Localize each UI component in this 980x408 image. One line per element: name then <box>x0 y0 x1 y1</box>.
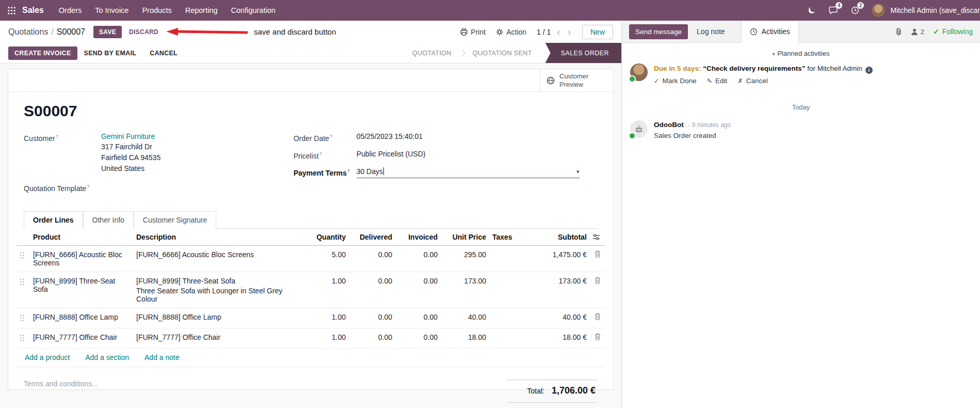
attachments-button[interactable] <box>895 27 902 36</box>
cell-delivered[interactable]: 0.00 <box>349 328 395 348</box>
cell-description[interactable]: [FURN_8888] Office Lamp <box>133 308 309 328</box>
pricelist-field[interactable]: Public Pricelist (USD) <box>357 149 426 161</box>
payment-terms-input[interactable]: 30 Days ▾ <box>357 166 580 178</box>
cell-product[interactable]: [FURN_8888] Office Lamp <box>30 308 133 328</box>
col-description[interactable]: Description <box>133 229 309 246</box>
cell-invoiced[interactable]: 0.00 <box>395 272 441 308</box>
cell-product[interactable]: [FURN_8999] Three-Seat Sofa <box>30 272 133 308</box>
cell-taxes[interactable] <box>489 272 536 308</box>
add-note-link[interactable]: Add a note <box>144 353 180 362</box>
tab-other-info[interactable]: Other Info <box>83 211 134 229</box>
cancel-activity-button[interactable]: ✗Cancel <box>737 77 768 85</box>
delete-line-icon[interactable] <box>595 313 601 320</box>
breadcrumb-quotations[interactable]: Quotations <box>8 27 48 37</box>
cell-taxes[interactable] <box>489 328 536 348</box>
cell-invoiced[interactable]: 0.00 <box>395 308 441 328</box>
col-taxes[interactable]: Taxes <box>489 229 536 246</box>
following-button[interactable]: ✓ Following <box>933 27 973 36</box>
cell-quantity[interactable]: 1.00 <box>309 328 349 348</box>
followers-button[interactable]: 2 <box>911 28 925 36</box>
pager-previous-icon[interactable]: ‹ <box>556 28 561 36</box>
add-product-link[interactable]: Add a product <box>25 353 70 362</box>
edit-activity-button[interactable]: ✎Edit <box>707 77 728 85</box>
cell-delivered[interactable]: 0.00 <box>349 245 395 272</box>
messages-button[interactable]: 4 <box>823 0 844 21</box>
dropdown-caret-icon[interactable]: ▾ <box>576 166 580 177</box>
print-button[interactable]: Print <box>460 28 486 36</box>
user-menu[interactable]: Mitchell Admin (save_discar <box>890 6 980 14</box>
status-sales-order[interactable]: SALES ORDER <box>545 43 621 63</box>
order-line-row[interactable]: [FURN_6666] Acoustic Bloc Screens [FURN_… <box>17 245 605 272</box>
planned-activities-header[interactable]: ▾Planned activities <box>622 43 980 62</box>
menu-reporting[interactable]: Reporting <box>179 0 224 21</box>
app-name[interactable]: Sales <box>22 6 44 15</box>
drag-handle-icon[interactable] <box>20 252 25 259</box>
cell-invoiced[interactable]: 0.00 <box>395 245 441 272</box>
drag-handle-icon[interactable] <box>20 314 25 322</box>
status-quotation[interactable]: QUOTATION <box>403 43 461 63</box>
delete-line-icon[interactable] <box>595 277 601 284</box>
user-avatar[interactable] <box>872 4 885 17</box>
col-delivered[interactable]: Delivered <box>349 229 395 246</box>
cell-unit-price[interactable]: 173.00 <box>441 272 489 308</box>
customer-preview-button[interactable]: Customer Preview <box>540 69 613 91</box>
col-invoiced[interactable]: Invoiced <box>395 229 441 246</box>
menu-orders[interactable]: Orders <box>52 0 88 21</box>
dark-mode-moon-icon[interactable] <box>802 0 822 21</box>
cell-delivered[interactable]: 0.00 <box>349 272 395 308</box>
cell-quantity[interactable]: 5.00 <box>309 245 349 272</box>
order-line-row[interactable]: [FURN_7777] Office Chair [FURN_7777] Off… <box>17 328 605 348</box>
discard-button[interactable]: DISCARD <box>124 26 164 38</box>
cell-unit-price[interactable]: 295.00 <box>441 245 489 272</box>
col-quantity[interactable]: Quantity <box>309 229 349 246</box>
save-button[interactable]: SAVE <box>93 26 122 38</box>
cell-taxes[interactable] <box>489 308 536 328</box>
action-menu-button[interactable]: Action <box>496 28 526 36</box>
message-author[interactable]: OdooBot <box>654 121 684 129</box>
col-product[interactable]: Product <box>30 229 133 246</box>
terms-and-conditions-placeholder[interactable]: Terms and conditions... <box>24 380 98 388</box>
cell-quantity[interactable]: 1.00 <box>309 308 349 328</box>
apps-menu-icon[interactable] <box>7 6 16 15</box>
cell-quantity[interactable]: 1.00 <box>309 272 349 308</box>
cell-product[interactable]: [FURN_6666] Acoustic Bloc Screens <box>30 245 133 272</box>
send-by-email-button[interactable]: SEND BY EMAIL <box>77 46 143 60</box>
pager-next-icon[interactable]: › <box>567 28 572 36</box>
cell-description[interactable]: [FURN_8999] Three-Seat Sofa Three Seater… <box>133 272 309 308</box>
order-line-row[interactable]: [FURN_8888] Office Lamp [FURN_8888] Offi… <box>17 308 605 328</box>
activities-button[interactable]: 2 <box>845 0 865 21</box>
activities-tab[interactable]: Activities <box>741 21 799 43</box>
cancel-order-button[interactable]: CANCEL <box>143 46 184 60</box>
new-button[interactable]: New <box>582 25 613 39</box>
col-subtotal[interactable]: Subtotal <box>536 229 590 246</box>
tab-customer-signature[interactable]: Customer Signature <box>134 211 217 229</box>
menu-to-invoice[interactable]: To Invoice <box>88 0 135 21</box>
cell-delivered[interactable]: 0.00 <box>349 308 395 328</box>
cell-taxes[interactable] <box>489 245 536 272</box>
cell-description[interactable]: [FURN_7777] Office Chair <box>133 328 309 348</box>
optional-columns-icon[interactable] <box>593 234 600 240</box>
delete-line-icon[interactable] <box>595 333 601 340</box>
log-note-button[interactable]: Log note <box>688 27 734 36</box>
drag-handle-icon[interactable] <box>20 334 25 342</box>
status-quotation-sent[interactable]: QUOTATION SENT <box>463 43 541 63</box>
customer-link[interactable]: Gemini Furniture <box>101 132 155 140</box>
info-icon[interactable]: i <box>865 67 873 74</box>
tab-order-lines[interactable]: Order Lines <box>24 211 83 229</box>
cell-unit-price[interactable]: 18.00 <box>441 328 489 348</box>
cell-description[interactable]: [FURN_6666] Acoustic Bloc Screens <box>133 245 309 272</box>
cell-invoiced[interactable]: 0.00 <box>395 328 441 348</box>
add-section-link[interactable]: Add a section <box>85 353 129 362</box>
drag-handle-icon[interactable] <box>20 278 25 286</box>
order-date-field[interactable]: 05/25/2023 15:40:01 <box>357 131 423 144</box>
menu-products[interactable]: Products <box>135 0 178 21</box>
col-unit-price[interactable]: Unit Price <box>441 229 489 246</box>
mark-done-button[interactable]: ✓Mark Done <box>654 77 697 85</box>
send-message-button[interactable]: Send message <box>629 24 688 39</box>
create-invoice-button[interactable]: CREATE INVOICE <box>8 46 77 60</box>
delete-line-icon[interactable] <box>595 250 601 258</box>
menu-configuration[interactable]: Configuration <box>224 0 282 21</box>
cell-unit-price[interactable]: 40.00 <box>441 308 489 328</box>
order-line-row[interactable]: [FURN_8999] Three-Seat Sofa [FURN_8999] … <box>17 272 605 308</box>
cell-product[interactable]: [FURN_7777] Office Chair <box>30 328 133 348</box>
